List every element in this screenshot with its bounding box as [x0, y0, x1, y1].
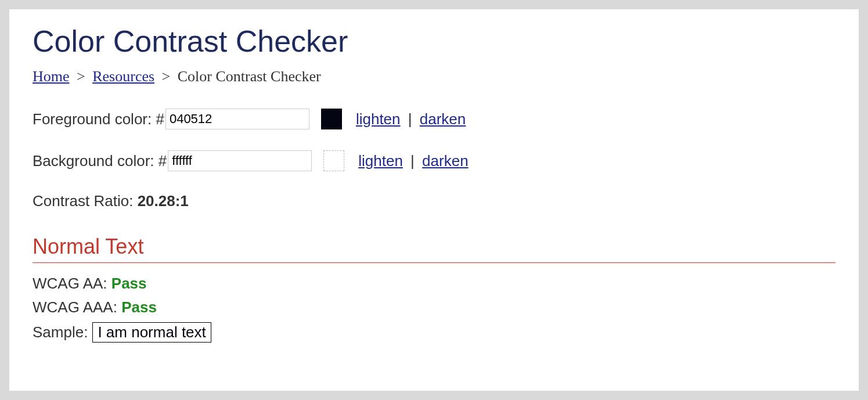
- sample-label: Sample:: [33, 323, 88, 341]
- background-lighten-link[interactable]: lighten: [358, 152, 403, 170]
- background-darken-link[interactable]: darken: [422, 152, 469, 170]
- wcag-aa-line: WCAG AA: Pass: [33, 275, 835, 293]
- background-adjust-links: lighten | darken: [358, 152, 468, 170]
- sample-text-box: I am normal text: [92, 322, 211, 343]
- wcag-aaa-label: WCAG AAA:: [33, 298, 121, 316]
- foreground-lighten-link[interactable]: lighten: [356, 110, 401, 128]
- breadcrumb-resources-link[interactable]: Resources: [92, 68, 154, 85]
- separator-pipe: |: [407, 152, 418, 170]
- foreground-darken-link[interactable]: darken: [420, 110, 466, 128]
- foreground-adjust-links: lighten | darken: [356, 110, 466, 128]
- foreground-label: Foreground color: #: [33, 110, 164, 128]
- contrast-ratio-value: 20.28:1: [138, 192, 189, 210]
- wcag-aaa-result: Pass: [121, 298, 157, 316]
- contrast-ratio-line: Contrast Ratio: 20.28:1: [33, 192, 835, 210]
- sample-line: Sample: I am normal text: [33, 322, 835, 343]
- background-label: Background color: #: [33, 152, 167, 170]
- foreground-swatch: [321, 109, 342, 129]
- contrast-ratio-label: Contrast Ratio:: [33, 192, 138, 210]
- page-container: Color Contrast Checker Home > Resources …: [9, 9, 859, 391]
- wcag-aaa-line: WCAG AAA: Pass: [33, 298, 835, 316]
- wcag-aa-result: Pass: [111, 275, 147, 292]
- normal-text-heading: Normal Text: [33, 235, 835, 263]
- background-swatch: [323, 150, 344, 171]
- foreground-row: Foreground color: # lighten | darken: [33, 109, 835, 129]
- breadcrumb-current: Color Contrast Checker: [178, 68, 321, 85]
- page-title: Color Contrast Checker: [33, 24, 835, 59]
- background-row: Background color: # lighten | darken: [33, 150, 835, 171]
- wcag-aa-label: WCAG AA:: [33, 275, 111, 292]
- background-input[interactable]: [168, 150, 312, 171]
- breadcrumb-home-link[interactable]: Home: [33, 68, 70, 85]
- separator-pipe: |: [405, 110, 416, 128]
- foreground-input[interactable]: [165, 109, 309, 129]
- breadcrumb-separator: >: [159, 68, 174, 85]
- breadcrumb-separator: >: [73, 68, 89, 85]
- breadcrumb: Home > Resources > Color Contrast Checke…: [33, 68, 835, 85]
